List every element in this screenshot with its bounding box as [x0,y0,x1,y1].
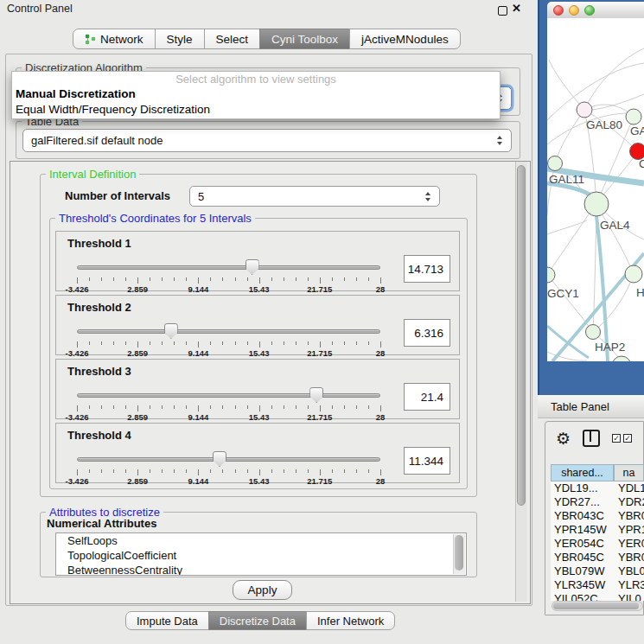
threshold-slider[interactable]: -3.4262.8599.14415.4321.71528 [77,322,380,355]
list-scrollbar-track[interactable] [453,534,465,574]
slider-tick [235,277,236,281]
attribute-list-item[interactable]: BetweennessCentrality [56,563,466,576]
network-node-label: C [639,157,644,170]
algorithm-placeholder-item[interactable]: Select algorithm to view settings [12,72,500,86]
threshold-value-field[interactable]: 6.316 [404,319,450,347]
table-row[interactable]: YDL19...YDL1 [551,481,644,495]
table-data-combobox[interactable]: galFiltered.sif default node [22,129,512,152]
slider-thumb[interactable] [309,387,323,403]
float-window-icon[interactable] [498,6,507,16]
tab-jactivemnodules[interactable]: jActiveMNodules [349,29,461,49]
threshold-slider[interactable]: -3.4262.8599.14415.4321.71528 [77,450,380,483]
horizontal-scrollbar-track[interactable] [552,601,643,611]
slider-thumb[interactable] [164,323,178,339]
attribute-list-item[interactable]: TopologicalCoefficient [56,548,466,563]
tab-infer-network[interactable]: Infer Network [306,611,395,630]
network-node[interactable] [584,192,609,216]
numerical-attributes-list[interactable]: SelfLoopsTopologicalCoefficientBetweenne… [55,532,467,576]
table-row[interactable]: YLR345WYLR3 [551,578,644,592]
slider-tick [344,469,345,473]
table-row[interactable]: YBR045CYBR0 [551,551,644,564]
threshold-value-field[interactable]: 21.4 [404,383,450,411]
algorithm-popup-item[interactable]: Equal Width/Frequency Discretization [12,102,500,118]
network-canvas[interactable]: GAL80GACGAL11GAL4GCY1HHAP2 [547,18,644,361]
network-edge[interactable] [547,212,590,275]
network-node[interactable] [625,265,642,283]
slider-scale-label: 15.43 [249,476,270,486]
tab-network[interactable]: Network [73,29,156,49]
vertical-scrollbar-thumb[interactable] [517,165,526,506]
threshold-panel: Threshold 1-3.4262.8599.14415.4321.71528… [55,231,460,291]
tab-style[interactable]: Style [155,29,205,49]
slider-scale-label: 2.859 [127,412,148,422]
network-node[interactable] [626,109,641,124]
columns-icon[interactable] [583,430,600,447]
slider-track[interactable] [77,457,380,462]
slider-tick [125,277,126,281]
slider-tick [344,405,345,409]
table-cell: YIL052C [551,592,614,601]
slider-scale-label: 15.43 [249,412,270,422]
table-row[interactable]: YBR043CYBR0 [551,509,644,523]
table-row[interactable]: YPR145WYPR1 [551,523,644,537]
network-edge[interactable] [592,94,644,110]
table-cell: YIL0 [614,592,644,601]
horizontal-scrollbar-thumb[interactable] [553,603,639,609]
apply-button[interactable]: Apply [233,580,292,600]
network-node[interactable] [548,156,563,171]
network-node[interactable] [612,356,631,361]
table-cell: YPR145W [551,523,614,537]
column-header[interactable]: na [614,464,644,481]
slider-tick [186,341,187,345]
slider-tick [150,405,150,409]
slider-track[interactable] [77,265,380,270]
checkbox-checked-icon[interactable]: ✓ [612,434,621,443]
slider-tick [296,405,296,409]
slider-thumb[interactable] [213,451,226,467]
slider-tick [77,341,78,348]
network-node[interactable] [547,267,555,283]
slider-tick [150,277,150,281]
gear-icon[interactable]: ⚙ [556,430,571,447]
slider-track[interactable] [77,329,380,334]
tab-label: jActiveMNodules [361,33,449,46]
list-scrollbar-thumb[interactable] [455,535,463,571]
close-icon[interactable]: ✕ [512,2,521,15]
threshold-slider[interactable]: -3.4262.8599.14415.4321.71528 [77,258,380,291]
tab-impute-data[interactable]: Impute Data [125,611,209,630]
slider-tick [332,341,333,345]
network-edge[interactable] [584,48,644,110]
network-node[interactable] [586,325,601,340]
control-panel-title: Control Panel [7,3,73,15]
minimize-traffic-light-icon[interactable] [569,5,579,16]
threshold-value-field[interactable]: 14.713 [404,255,450,283]
network-window-titlebar[interactable] [547,2,644,18]
algorithm-popup-item[interactable]: Manual Discretization [12,86,500,102]
number-of-intervals-label: Number of Intervals [65,189,170,202]
table-row[interactable]: YBL079WYBL0 [551,564,644,578]
checkbox-checked-icon[interactable]: ✓ [623,434,632,443]
slider-thumb[interactable] [245,259,259,275]
close-traffic-light-icon[interactable] [553,5,564,16]
attribute-list-item[interactable]: SelfLoops [56,533,466,548]
slider-tick [368,341,369,345]
network-edge-highlighted[interactable] [547,326,589,358]
table-row[interactable]: YER054CYER0 [551,537,644,551]
slider-tick [210,341,211,345]
network-node[interactable] [577,102,592,118]
network-edge[interactable] [547,220,587,234]
table-row[interactable]: YIL052CYIL0 [551,592,644,601]
threshold-slider[interactable]: -3.4262.8599.14415.4321.71528 [77,386,380,419]
tab-select[interactable]: Select [204,29,261,49]
column-header[interactable]: shared... [551,464,614,481]
network-node-label: GCY1 [547,287,579,300]
network-node-label: GAL11 [549,173,584,186]
zoom-traffic-light-icon[interactable] [584,5,595,16]
number-of-intervals-combobox[interactable]: 5 [189,186,440,207]
tab-cyni-toolbox[interactable]: Cyni Toolbox [259,29,350,49]
slider-track[interactable] [77,393,380,398]
tab-discretize-data[interactable]: Discretize Data [208,611,307,630]
table-row[interactable]: YDR27...YDR2 [551,495,644,509]
network-edge[interactable] [555,110,584,163]
threshold-value-field[interactable]: 11.344 [404,447,450,475]
